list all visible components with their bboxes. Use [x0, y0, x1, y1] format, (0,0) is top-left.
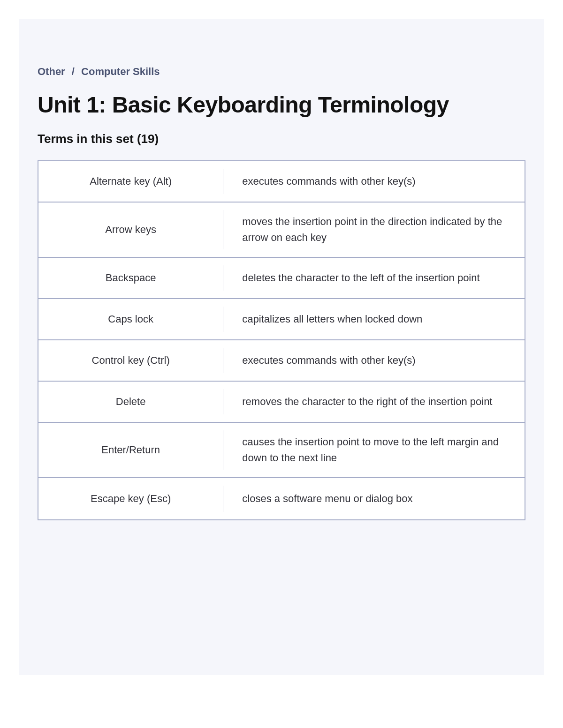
term-label: Arrow keys [38, 203, 223, 257]
term-label: Caps lock [38, 299, 223, 339]
term-label: Backspace [38, 258, 223, 298]
terms-table: Alternate key (Alt) executes commands wi… [38, 160, 525, 520]
term-row: Arrow keys moves the insertion point in … [38, 203, 525, 258]
term-definition: executes commands with other key(s) [223, 340, 525, 381]
term-row: Control key (Ctrl) executes commands wit… [38, 340, 525, 382]
document-page: Other / Computer Skills Unit 1: Basic Ke… [19, 19, 544, 675]
term-definition: removes the character to the right of th… [223, 382, 525, 422]
term-definition: deletes the character to the left of the… [223, 258, 525, 298]
term-row: Escape key (Esc) closes a software menu … [38, 478, 525, 519]
term-definition: capitalizes all letters when locked down [223, 299, 525, 339]
term-row: Delete removes the character to the righ… [38, 382, 525, 423]
term-definition: causes the insertion point to move to th… [223, 423, 525, 477]
terms-count-heading: Terms in this set (19) [38, 132, 525, 146]
breadcrumb-link-computer-skills[interactable]: Computer Skills [81, 66, 160, 77]
term-label: Alternate key (Alt) [38, 161, 223, 202]
term-label: Control key (Ctrl) [38, 340, 223, 381]
term-row: Backspace deletes the character to the l… [38, 258, 525, 299]
term-row: Enter/Return causes the insertion point … [38, 423, 525, 478]
breadcrumb-link-other[interactable]: Other [38, 66, 65, 77]
breadcrumb-separator: / [72, 66, 75, 77]
term-label: Delete [38, 382, 223, 422]
term-row: Caps lock capitalizes all letters when l… [38, 299, 525, 340]
term-row: Alternate key (Alt) executes commands wi… [38, 161, 525, 203]
term-label: Escape key (Esc) [38, 478, 223, 519]
term-definition: executes commands with other key(s) [223, 161, 525, 202]
breadcrumb: Other / Computer Skills [38, 66, 525, 78]
page-title: Unit 1: Basic Keyboarding Terminology [38, 92, 525, 118]
term-definition: moves the insertion point in the directi… [223, 203, 525, 257]
term-definition: closes a software menu or dialog box [223, 478, 525, 519]
term-label: Enter/Return [38, 423, 223, 477]
